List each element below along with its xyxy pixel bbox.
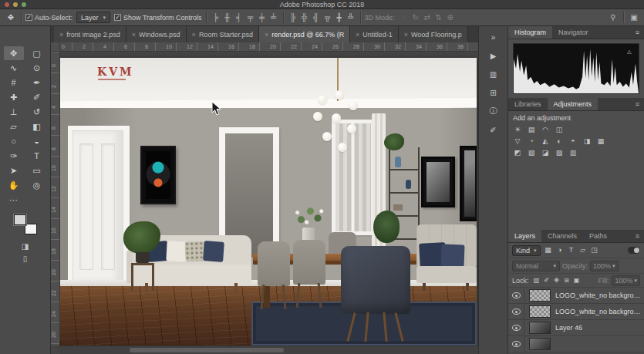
opacity-value[interactable]: 100% ▾ xyxy=(590,261,619,271)
scale-3d-icon[interactable]: ⊕ xyxy=(445,12,456,24)
distribute-top-edges-icon[interactable]: ╠ xyxy=(288,12,298,24)
brightness-contrast-icon[interactable]: ☀ xyxy=(511,124,524,135)
distribute-right-edges-icon[interactable]: ╩ xyxy=(346,12,356,24)
filter-pixel-layers-icon[interactable]: ▦ xyxy=(543,245,554,255)
panel-tab[interactable]: Paths xyxy=(583,230,613,242)
panel-menu-icon[interactable]: ≡ xyxy=(631,26,644,39)
screen-mode-icon[interactable]: ▯ xyxy=(23,255,28,263)
vibrance-icon[interactable]: ▽ xyxy=(511,136,524,147)
history-brush-tool[interactable]: ↺ xyxy=(27,105,47,119)
collapse-panels-icon[interactable]: » xyxy=(479,28,508,46)
workspace-switcher-icon[interactable]: ▣ xyxy=(629,12,639,24)
tool-presets-icon[interactable]: ▥ xyxy=(479,65,508,83)
clone-stamp-tool[interactable]: ⊥ xyxy=(4,105,24,119)
distribute-vertical-centers-icon[interactable]: ╬ xyxy=(299,12,310,24)
rectangle-tool[interactable]: ▭ xyxy=(27,164,47,177)
posterize-icon[interactable]: ▧ xyxy=(525,147,538,158)
document-tab[interactable]: × Windows.psd xyxy=(126,26,187,42)
color-lookup-icon[interactable]: ▦ xyxy=(595,136,607,147)
orbit-3d-icon[interactable]: ◌ xyxy=(399,12,410,24)
invert-icon[interactable]: ◩ xyxy=(511,147,524,158)
quick-selection-tool[interactable]: ⊙ xyxy=(27,61,47,75)
channel-mixer-icon[interactable]: ◨ xyxy=(581,136,593,147)
align-left-edges-icon[interactable]: ╞ xyxy=(211,12,221,24)
path-selection-tool[interactable]: ➤ xyxy=(4,164,24,177)
black-white-icon[interactable]: ◐ xyxy=(553,136,565,147)
gradient-tool[interactable]: ◧ xyxy=(27,120,47,133)
panel-tab[interactable]: Adjustments xyxy=(548,98,598,110)
lock-all-icon[interactable]: ▣ xyxy=(572,277,582,284)
document-canvas[interactable]: KVM xyxy=(60,58,477,346)
photo-filter-icon[interactable]: ◓ xyxy=(567,136,579,147)
document-tab[interactable]: × Wood Flooring.p xyxy=(399,26,468,42)
curves-icon[interactable]: ◠ xyxy=(539,124,551,135)
actions-icon[interactable]: ▶ xyxy=(479,46,508,65)
close-tab-icon[interactable]: × xyxy=(265,31,268,39)
panel-tab[interactable]: Layers xyxy=(508,230,541,242)
quick-mask-icon[interactable]: ◨ xyxy=(22,242,29,251)
info-icon[interactable]: ⓘ xyxy=(479,102,508,120)
panel-tab[interactable]: Navigator xyxy=(552,26,595,39)
drag-3d-icon[interactable]: ⇄ xyxy=(422,12,433,24)
filter-smart-objects-icon[interactable]: ◳ xyxy=(589,245,600,255)
layer-row[interactable]: LOGO_white_no backgroun... xyxy=(508,304,644,320)
lock-artboard-icon[interactable]: ⊞ xyxy=(562,277,572,284)
layer-visibility-toggle[interactable] xyxy=(508,336,524,352)
lasso-tool[interactable]: ∿ xyxy=(4,61,24,75)
document-tab[interactable]: × render.psd @ 66.7% (RGB/8) * xyxy=(259,26,350,42)
close-tab-icon[interactable]: × xyxy=(356,31,359,39)
blend-mode-dropdown[interactable]: Normal ▾ xyxy=(512,261,560,271)
search-icon[interactable]: ⚲ xyxy=(608,12,619,24)
slide-3d-icon[interactable]: ⇅ xyxy=(433,12,444,24)
panel-menu-icon[interactable]: ≡ xyxy=(631,98,644,110)
layer-thumbnail[interactable] xyxy=(529,289,551,302)
layer-row[interactable] xyxy=(508,336,644,352)
auto-select-checkbox[interactable]: ✓ Auto-Select: xyxy=(25,14,72,22)
layer-row[interactable]: LOGO_white_no backgroun... xyxy=(508,288,644,304)
distribute-left-edges-icon[interactable]: ╦ xyxy=(322,12,333,24)
layer-thumbnail[interactable] xyxy=(529,322,551,334)
zoom-tool[interactable]: ◎ xyxy=(27,178,47,192)
panel-tab[interactable]: Histogram xyxy=(508,26,552,39)
layer-row[interactable]: Layer 46 xyxy=(508,320,644,336)
roll-3d-icon[interactable]: ↻ xyxy=(410,12,421,24)
panel-tab[interactable]: Channels xyxy=(541,230,583,242)
filter-adjustment-layers-icon[interactable]: ◑ xyxy=(555,245,565,255)
dodge-tool[interactable]: ◒ xyxy=(27,134,47,148)
edit-toolbar-icon[interactable]: ⋯ xyxy=(4,193,24,207)
threshold-icon[interactable]: ◪ xyxy=(539,147,551,158)
panel-menu-icon[interactable]: ≡ xyxy=(631,230,644,242)
distribute-horizontal-centers-icon[interactable]: ╋ xyxy=(334,12,345,24)
scrollbar-thumb[interactable] xyxy=(130,348,284,352)
close-tab-icon[interactable]: × xyxy=(59,31,63,39)
layer-thumbnail[interactable] xyxy=(529,338,551,350)
levels-icon[interactable]: ▤ xyxy=(525,124,538,135)
gradient-map-icon[interactable]: ▨ xyxy=(553,147,565,158)
layer-visibility-toggle[interactable] xyxy=(508,320,524,335)
document-tab[interactable]: × Untitled-1 xyxy=(350,26,399,42)
align-top-edges-icon[interactable]: ╤ xyxy=(245,12,256,24)
horizontal-scrollbar[interactable] xyxy=(60,346,478,354)
layer-visibility-toggle[interactable] xyxy=(508,288,524,303)
crop-tool[interactable]: # xyxy=(4,76,24,89)
spot-healing-brush-tool[interactable]: ✚ xyxy=(4,90,24,104)
blur-tool[interactable]: ○ xyxy=(4,134,24,148)
lock-position-icon[interactable]: ✥ xyxy=(552,277,561,284)
align-vertical-centers-icon[interactable]: ╪ xyxy=(257,12,268,24)
lock-paint-icon[interactable]: ✐ xyxy=(542,277,551,284)
auto-select-target-dropdown[interactable]: Layer ▾ xyxy=(76,12,110,23)
close-tab-icon[interactable]: × xyxy=(132,31,136,39)
layer-thumbnail[interactable] xyxy=(529,305,551,318)
align-right-edges-icon[interactable]: ╡ xyxy=(234,12,244,24)
fill-value[interactable]: 100% ▾ xyxy=(612,275,640,286)
align-horizontal-centers-icon[interactable]: ╫ xyxy=(222,12,233,24)
close-tab-icon[interactable]: × xyxy=(192,31,196,39)
brush-settings-icon[interactable]: ✐ xyxy=(479,120,508,139)
type-tool[interactable]: T xyxy=(27,149,47,163)
align-bottom-edges-icon[interactable]: ╧ xyxy=(268,12,279,24)
foreground-color-swatch[interactable] xyxy=(14,214,26,225)
document-tab[interactable]: × Room Starter.psd xyxy=(187,26,259,42)
close-tab-icon[interactable]: × xyxy=(404,31,408,39)
document-tab[interactable]: × front image 2.psd xyxy=(54,26,126,42)
layer-filter-kind-dropdown[interactable]: Kind ▾ xyxy=(512,245,541,256)
